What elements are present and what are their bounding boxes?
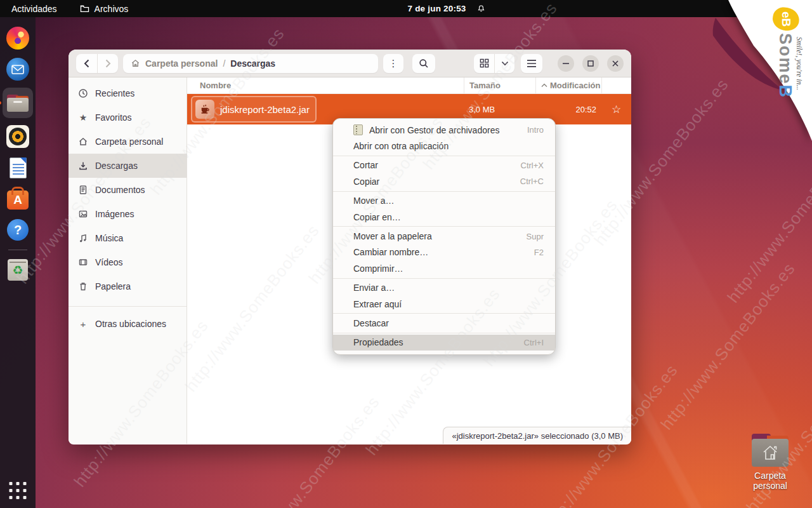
window-controls <box>558 55 624 72</box>
file-selection-box[interactable]: jdiskreport-2beta2.jar <box>191 96 317 123</box>
menu-item-copiar[interactable]: Copiar Ctrl+C <box>333 173 555 189</box>
menu-item-cortar[interactable]: Cortar Ctrl+X <box>333 157 555 173</box>
sidebar-item-recientes[interactable]: Recientes <box>69 81 187 105</box>
search-button[interactable] <box>412 54 435 73</box>
thunderbird-icon[interactable] <box>5 57 30 82</box>
menu-item-mover-a[interactable]: Mover a… <box>333 193 555 209</box>
column-header-tamano[interactable]: Tamaño <box>464 77 535 93</box>
clock-area[interactable]: 7 de jun 20:53 <box>407 4 486 14</box>
menu-item-destacar[interactable]: Destacar <box>333 315 555 331</box>
home-folder-icon <box>750 434 790 467</box>
menu-item-enviar-a[interactable]: Enviar a… <box>333 280 555 296</box>
archive-manager-icon <box>353 124 363 135</box>
somebooks-vertical-name: SomeB <box>775 33 795 98</box>
menu-item-abrir-con-gestor[interactable]: Abrir con Gestor de archivadores Intro <box>333 122 555 138</box>
image-icon <box>78 209 88 219</box>
star-toggle-icon[interactable]: ☆ <box>601 104 631 115</box>
chevron-down-icon <box>501 61 509 66</box>
notification-bell-icon <box>476 4 487 14</box>
path-options-button[interactable]: ⋮ <box>383 54 403 73</box>
sidebar-item-documentos[interactable]: Documentos <box>69 178 187 202</box>
back-button[interactable] <box>76 54 97 73</box>
sidebar-item-otras-ubicaciones[interactable]: + Otras ubicaciones <box>69 312 187 336</box>
plus-icon: + <box>78 319 88 330</box>
home-icon <box>131 58 140 68</box>
breadcrumb-current[interactable]: Descargas <box>230 58 275 69</box>
sidebar: Recientes ★ Favoritos Carpeta personal D… <box>69 77 187 444</box>
somebooks-tagline: Smile!, you're in... <box>796 37 803 90</box>
sidebar-item-imagenes[interactable]: Imágenes <box>69 202 187 226</box>
hamburger-icon <box>527 60 537 67</box>
libreoffice-writer-icon[interactable] <box>5 155 30 180</box>
file-modified-time: 20:52 <box>535 105 601 114</box>
menu-item-abrir-con-otra[interactable]: Abrir con otra aplicación <box>333 138 555 154</box>
star-icon: ★ <box>78 112 88 123</box>
context-menu: Abrir con Gestor de archivadores Intro A… <box>332 118 556 355</box>
music-note-icon <box>78 233 88 243</box>
menu-separator <box>333 313 555 314</box>
app-grid-icon[interactable] <box>10 482 27 499</box>
sidebar-item-favoritos[interactable]: ★ Favoritos <box>69 105 187 130</box>
sidebar-separator <box>69 306 187 307</box>
document-icon <box>78 185 88 195</box>
close-button[interactable] <box>607 55 624 72</box>
search-icon <box>419 58 429 69</box>
menu-item-cambiar-nombre[interactable]: Cambiar nombre… F2 <box>333 244 555 260</box>
menu-item-comprimir[interactable]: Comprimir… <box>333 260 555 276</box>
breadcrumb-root[interactable]: Carpeta personal <box>145 58 218 69</box>
path-bar[interactable]: Carpeta personal / Descargas <box>123 54 378 73</box>
trash-icon <box>78 281 88 291</box>
nav-buttons <box>76 54 118 73</box>
menu-separator <box>333 226 555 227</box>
column-headers: Nombre Tamaño Modificación <box>187 77 631 94</box>
sidebar-item-musica[interactable]: Música <box>69 226 187 250</box>
help-icon[interactable]: ? <box>5 217 30 243</box>
menu-button[interactable] <box>521 54 542 73</box>
sidebar-item-descargas[interactable]: Descargas <box>69 154 187 178</box>
grid-view-icon <box>480 58 489 68</box>
sidebar-item-videos[interactable]: Vídeos <box>69 250 187 274</box>
trash-dock-icon[interactable]: ♻ <box>5 257 30 283</box>
desktop: Actividades Archivos 7 de jun 20:53 <box>0 0 812 508</box>
minimize-button[interactable] <box>558 55 574 72</box>
activities-button[interactable]: Actividades <box>11 4 57 14</box>
folder-icon <box>80 4 89 13</box>
sidebar-item-papelera[interactable]: Papelera <box>69 274 187 298</box>
recent-clock-icon <box>78 88 88 98</box>
menu-item-extraer-aqui[interactable]: Extraer aquí <box>333 296 555 312</box>
file-name: jdiskreport-2beta2.jar <box>220 104 310 115</box>
column-header-nombre[interactable]: Nombre <box>187 81 464 90</box>
java-jar-icon <box>195 100 214 119</box>
sort-ascending-icon <box>541 83 547 88</box>
status-bar: «jdiskreport-2beta2.jar» seleccionado (3… <box>443 427 631 444</box>
menu-item-propiedades[interactable]: Propiedades Ctrl+I <box>333 335 555 351</box>
home-icon <box>78 137 88 147</box>
rhythmbox-icon[interactable] <box>5 124 30 149</box>
watermark-text: http://www.SomeBooks.es <box>657 259 799 434</box>
menu-item-mover-a-papelera[interactable]: Mover a la papelera Supr <box>333 228 555 244</box>
desktop-home-folder[interactable]: Carpeta personal <box>741 434 799 491</box>
app-menu[interactable]: Archivos <box>80 4 129 14</box>
sidebar-item-carpeta-personal[interactable]: Carpeta personal <box>69 130 187 154</box>
files-icon[interactable] <box>3 88 33 118</box>
menu-separator <box>333 156 555 156</box>
breadcrumb-separator: / <box>223 58 225 69</box>
ubuntu-software-icon[interactable]: A <box>5 186 30 211</box>
forward-button[interactable] <box>97 54 118 73</box>
column-header-modificacion[interactable]: Modificación <box>535 77 601 93</box>
clock: 7 de jun 20:53 <box>407 4 466 13</box>
firefox-icon[interactable] <box>5 25 30 51</box>
column-header-star <box>601 77 631 93</box>
menu-item-copiar-en[interactable]: Copiar en… <box>333 209 555 225</box>
watermark-text: http://www.SomeBooks.es <box>723 132 812 307</box>
dock: A ? ♻ <box>0 17 36 508</box>
header-bar: Carpeta personal / Descargas ⋮ <box>69 50 631 77</box>
dock-separator <box>8 250 27 250</box>
desktop-icon-label: Carpeta personal <box>741 471 799 491</box>
grid-view-button[interactable] <box>474 54 494 73</box>
view-options-dropdown[interactable] <box>494 54 514 73</box>
maximize-button[interactable] <box>582 55 599 72</box>
menu-separator <box>333 333 555 333</box>
menu-separator <box>333 278 555 279</box>
menu-separator <box>333 191 555 192</box>
